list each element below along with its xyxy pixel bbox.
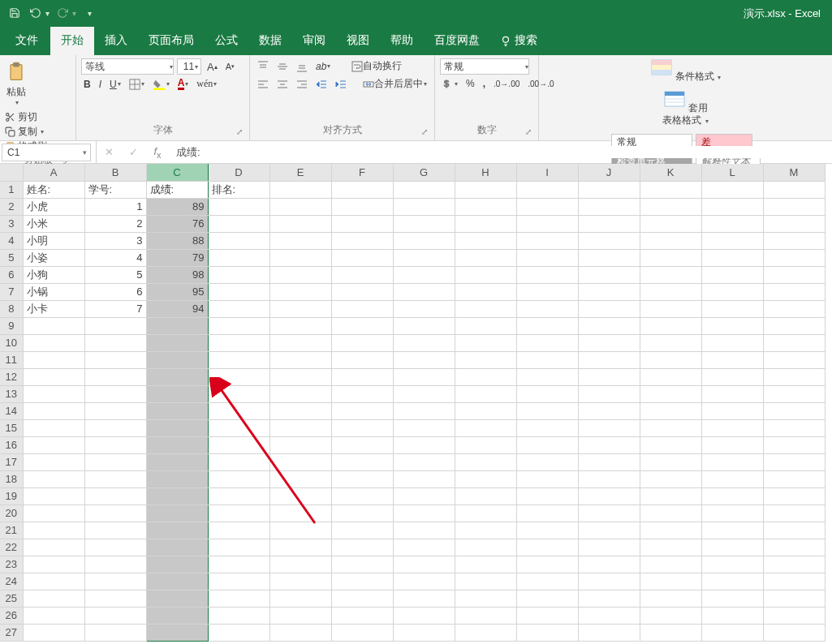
cell-G14[interactable] (393, 402, 455, 419)
cell-C22[interactable] (146, 539, 208, 556)
cell-L13[interactable] (701, 385, 763, 402)
cell-J19[interactable] (578, 487, 640, 504)
cell-F20[interactable] (331, 504, 393, 522)
cell-G24[interactable] (393, 573, 455, 590)
cell-E15[interactable] (269, 419, 331, 436)
align-right-button[interactable] (294, 78, 310, 91)
row-header-27[interactable]: 27 (0, 624, 23, 641)
col-header-A[interactable]: A (23, 164, 84, 181)
align-bottom-button[interactable] (294, 60, 310, 73)
cell-A20[interactable] (23, 504, 84, 522)
cell-I20[interactable] (516, 504, 578, 522)
cell-G3[interactable] (393, 215, 455, 232)
cell-I9[interactable] (516, 317, 578, 334)
row-header-26[interactable]: 26 (0, 607, 23, 624)
cell-H1[interactable] (455, 181, 516, 198)
cell-M20[interactable] (763, 504, 825, 522)
cell-K1[interactable] (640, 181, 701, 198)
cell-E24[interactable] (269, 573, 331, 590)
row-header-3[interactable]: 3 (0, 215, 23, 232)
cell-G27[interactable] (393, 624, 455, 641)
cell-K25[interactable] (640, 590, 701, 607)
cell-L1[interactable] (701, 181, 763, 198)
cell-M1[interactable] (763, 181, 825, 198)
cell-F4[interactable] (331, 232, 393, 249)
cell-E26[interactable] (269, 607, 331, 624)
cell-F16[interactable] (331, 436, 393, 453)
row-header-24[interactable]: 24 (0, 573, 23, 590)
row-header-16[interactable]: 16 (0, 436, 23, 453)
cell-C26[interactable] (146, 607, 208, 624)
cell-E27[interactable] (269, 624, 331, 641)
cell-B1[interactable]: 学号: (84, 181, 146, 198)
row-header-22[interactable]: 22 (0, 539, 23, 556)
row-header-4[interactable]: 4 (0, 232, 23, 249)
align-middle-button[interactable] (274, 60, 291, 73)
cell-G1[interactable] (393, 181, 455, 198)
cell-L11[interactable] (701, 351, 763, 368)
cell-A6[interactable]: 小狗 (23, 266, 84, 283)
cell-C3[interactable]: 76 (146, 215, 208, 232)
cell-A22[interactable] (23, 539, 84, 556)
cell-F18[interactable] (331, 470, 393, 487)
underline-button[interactable]: U▾ (107, 78, 123, 91)
col-header-F[interactable]: F (331, 164, 393, 181)
cell-B16[interactable] (84, 436, 146, 453)
cell-B19[interactable] (84, 487, 146, 504)
cell-K20[interactable] (640, 504, 701, 522)
redo-dropdown-icon[interactable]: ▾ (72, 9, 76, 18)
table-format-button[interactable]: 套用 表格格式 ▾ (662, 90, 708, 126)
cell-D22[interactable] (208, 539, 269, 556)
cell-E2[interactable] (269, 198, 331, 215)
cell-G25[interactable] (393, 590, 455, 607)
cell-A27[interactable] (23, 624, 84, 641)
phonetic-button[interactable]: wén▾ (194, 77, 219, 91)
cell-M16[interactable] (763, 436, 825, 453)
cell-E5[interactable] (269, 249, 331, 266)
cell-B13[interactable] (84, 385, 146, 402)
currency-button[interactable]: $▾ (440, 77, 460, 90)
row-header-10[interactable]: 10 (0, 334, 23, 351)
cell-A12[interactable] (23, 368, 84, 385)
cell-K15[interactable] (640, 419, 701, 436)
cell-E17[interactable] (269, 453, 331, 470)
cell-I8[interactable] (516, 300, 578, 317)
row-header-17[interactable]: 17 (0, 453, 23, 470)
cell-F9[interactable] (331, 317, 393, 334)
cell-G20[interactable] (393, 504, 455, 522)
cell-D8[interactable] (208, 300, 269, 317)
cell-B8[interactable]: 7 (84, 300, 146, 317)
cell-F5[interactable] (331, 249, 393, 266)
cell-M27[interactable] (763, 624, 825, 641)
cell-B7[interactable]: 6 (84, 283, 146, 300)
cell-K12[interactable] (640, 368, 701, 385)
undo-icon[interactable] (29, 6, 42, 19)
cell-M25[interactable] (763, 590, 825, 607)
formula-cancel-button[interactable]: ✕ (97, 146, 121, 158)
cell-I27[interactable] (516, 624, 578, 641)
cell-D27[interactable] (208, 624, 269, 641)
cell-L19[interactable] (701, 487, 763, 504)
cell-L21[interactable] (701, 522, 763, 539)
cell-C1[interactable]: 成绩: (146, 181, 208, 198)
cell-D19[interactable] (208, 487, 269, 504)
cell-F1[interactable] (331, 181, 393, 198)
cell-B10[interactable] (84, 334, 146, 351)
cell-M7[interactable] (763, 283, 825, 300)
cell-H18[interactable] (455, 470, 516, 487)
cell-J22[interactable] (578, 539, 640, 556)
cell-I5[interactable] (516, 249, 578, 266)
cell-I22[interactable] (516, 539, 578, 556)
cell-B11[interactable] (84, 351, 146, 368)
col-header-G[interactable]: G (393, 164, 455, 181)
percent-button[interactable]: % (463, 77, 477, 90)
row-header-12[interactable]: 12 (0, 368, 23, 385)
cell-D7[interactable] (208, 283, 269, 300)
cell-B18[interactable] (84, 470, 146, 487)
cell-C10[interactable] (146, 334, 208, 351)
cell-D23[interactable] (208, 556, 269, 573)
indent-decrease-button[interactable] (313, 78, 330, 91)
cell-G10[interactable] (393, 334, 455, 351)
row-header-5[interactable]: 5 (0, 249, 23, 266)
cell-M23[interactable] (763, 556, 825, 573)
